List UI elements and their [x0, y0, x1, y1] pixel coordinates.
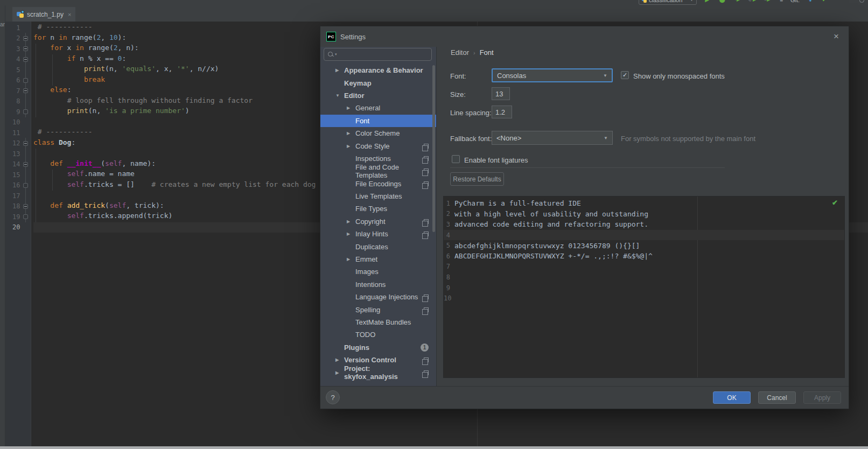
settings-tree-item-code-style[interactable]: ▶Code Style [320, 139, 436, 152]
settings-tree-item-plugins[interactable]: Plugins1 [320, 341, 436, 354]
fold-column [20, 78, 31, 83]
restore-defaults-button[interactable]: Restore Defaults [450, 172, 504, 186]
preview-line-text [454, 263, 459, 271]
tree-item-label: File and Code Templates [355, 163, 424, 179]
gutter-row: 10 [5, 117, 31, 128]
fold-collapse-icon[interactable] [23, 88, 28, 93]
run-configuration-select[interactable]: classification ▼ [639, 0, 697, 5]
chevron-right-icon[interactable]: ▶ [335, 357, 344, 362]
close-tab-icon[interactable]: × [68, 11, 71, 18]
settings-tree-item-spelling[interactable]: Spelling [320, 303, 436, 315]
chevron-right-icon[interactable]: ▶ [335, 68, 344, 73]
run-icon[interactable]: ▶ [703, 0, 711, 5]
chevron-right-icon[interactable]: ▶ [347, 106, 355, 110]
settings-tree-item-appearance-behavior[interactable]: ▶Appearance & Behavior [320, 64, 436, 76]
fold-collapse-icon[interactable] [23, 57, 28, 62]
line-spacing-input[interactable]: 1.2 [492, 106, 512, 118]
chevron-right-icon[interactable]: ▶ [347, 131, 355, 136]
settings-search-input[interactable]: ▾ [324, 48, 432, 61]
settings-tree-item-file-encodings[interactable]: File Encodings [320, 178, 436, 190]
font-ligatures-label[interactable]: Enable font ligatures [464, 156, 528, 164]
settings-tree-item-textmate-bundles[interactable]: TextMate Bundles [320, 316, 436, 328]
chevron-right-icon[interactable]: ▶ [347, 219, 355, 224]
gutter-row: 18 [5, 201, 31, 212]
pycharm-logo-icon: PC [326, 32, 336, 41]
settings-tree-item-file-and-code-templates[interactable]: File and Code Templates [320, 165, 436, 177]
settings-tree-item-file-types[interactable]: File Types [320, 202, 436, 215]
fold-end-icon[interactable] [23, 109, 28, 114]
preview-line-number: 8 [444, 273, 454, 281]
settings-tree-item-intentions[interactable]: Intentions [320, 278, 436, 291]
dialog-title: Settings [340, 33, 366, 41]
gutter-row: 7 [5, 86, 31, 96]
monospaced-only-checkbox[interactable]: ✓ [621, 71, 629, 79]
font-family-select[interactable]: Consolas ▼ [492, 68, 613, 82]
fold-column [20, 214, 31, 219]
recent-icon[interactable] [857, 0, 866, 5]
chevron-right-icon[interactable]: ▶ [347, 144, 355, 149]
preview-line-text [454, 294, 459, 303]
fold-collapse-icon[interactable] [23, 204, 28, 209]
font-family-value: Consolas [497, 72, 526, 80]
gutter-row: 19 [5, 212, 31, 222]
monospaced-only-label[interactable]: Show only monospaced fonts [633, 72, 725, 80]
font-preview-editor[interactable]: 1PyCharm is a full-featured IDE2with a h… [443, 196, 845, 378]
settings-tree-item-inlay-hints[interactable]: ▶Inlay Hints [320, 228, 436, 240]
settings-tree-item-images[interactable]: Images [320, 265, 436, 278]
run-coverage-icon[interactable]: ◔▶ [732, 0, 741, 5]
tab-scratch-file[interactable]: scratch_1.py × [12, 7, 75, 22]
settings-tree-item-live-templates[interactable]: Live Templates [320, 190, 436, 202]
gutter-row: 3 [5, 44, 31, 54]
help-button[interactable]: ? [326, 390, 340, 404]
settings-tree-item-duplicates[interactable]: Duplicates [320, 240, 436, 252]
ok-button[interactable]: OK [713, 391, 751, 404]
commit-icon[interactable]: ✔ [820, 0, 829, 5]
fold-collapse-icon[interactable] [23, 46, 28, 51]
profiler-icon[interactable]: ≡▶ [763, 0, 772, 5]
chevron-right-icon[interactable]: ▶ [347, 257, 355, 262]
stop-icon[interactable]: ■ [777, 0, 786, 5]
update-project-icon[interactable]: ⬇ [806, 0, 815, 5]
settings-tree-item-emmet[interactable]: ▶Emmet [320, 253, 436, 265]
chevron-right-icon[interactable]: ▶ [347, 231, 355, 236]
fold-end-icon[interactable] [23, 78, 28, 83]
cancel-button[interactable]: Cancel [758, 391, 796, 404]
fold-collapse-icon[interactable] [23, 141, 28, 146]
settings-tree-item-keymap[interactable]: Keymap [320, 76, 436, 89]
font-ligatures-checkbox[interactable] [452, 155, 460, 163]
chevron-right-icon[interactable]: ▶ [335, 370, 344, 375]
tree-item-label: Project: skyfox_analysis [344, 364, 424, 381]
apply-button[interactable]: Apply [803, 391, 841, 404]
fallback-font-select[interactable]: <None> ▼ [492, 131, 613, 145]
breadcrumb-editor[interactable]: Editor [451, 48, 469, 57]
settings-tree-item-color-scheme[interactable]: ▶Color Scheme [320, 127, 436, 139]
close-icon[interactable]: × [834, 31, 839, 42]
line-number: 20 [5, 223, 20, 231]
fold-collapse-icon[interactable] [23, 162, 28, 167]
settings-tree-item-general[interactable]: ▶General [320, 102, 436, 114]
editor-gutter: 1234567891011121314151617181920 [5, 22, 31, 446]
fold-column [20, 57, 31, 62]
tree-item-label: File Types [355, 205, 387, 213]
settings-tree-item-project-skyfox-analysis[interactable]: ▶Project: skyfox_analysis [320, 366, 436, 378]
rerun-icon[interactable]: ⟳▶ [748, 0, 757, 5]
settings-tree-item-language-injections[interactable]: Language Injections [320, 291, 436, 303]
per-project-copy-icon [424, 144, 429, 149]
line-number: 16 [5, 181, 20, 189]
line-number: 12 [5, 139, 20, 147]
settings-tree-item-copyright[interactable]: ▶Copyright [320, 215, 436, 228]
window-bottom-edge [0, 446, 868, 449]
debug-icon[interactable]: ⬤ [718, 0, 726, 5]
tree-item-label: Intentions [355, 280, 386, 289]
fold-collapse-icon[interactable] [23, 36, 28, 41]
fold-end-icon[interactable] [23, 214, 28, 219]
settings-tree-item-todo[interactable]: TODO [320, 328, 436, 341]
tree-item-label: Code Style [355, 142, 390, 150]
tree-scrollbar[interactable] [432, 65, 435, 232]
fold-end-icon[interactable] [23, 183, 28, 188]
preview-line: 10 [444, 293, 844, 304]
chevron-down-icon[interactable]: ▼ [335, 93, 344, 98]
font-size-input[interactable]: 13 [492, 87, 510, 100]
settings-tree-item-editor[interactable]: ▼Editor [320, 89, 436, 102]
settings-tree-item-font[interactable]: Font [320, 115, 436, 127]
